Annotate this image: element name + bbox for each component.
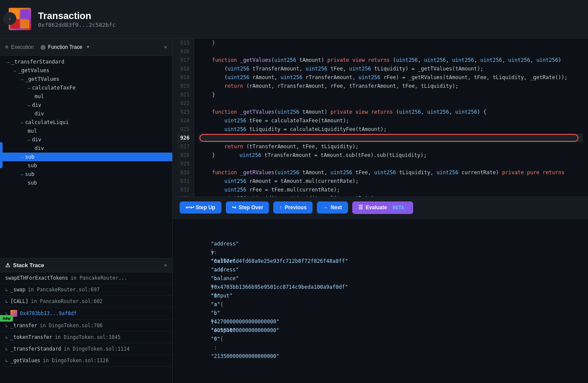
list-item[interactable]: div — [0, 109, 172, 118]
tab-execution[interactable]: ≡ Execution — [5, 42, 34, 52]
list-item[interactable]: sub — [0, 179, 172, 187]
stack-trace-panel: ⚠ Stack Trace × swapETHForExactTokens in… — [0, 258, 172, 383]
stack-item[interactable]: ↳ [CALL] in PancakeRouter.sol:602 — [0, 296, 172, 307]
step-over-button[interactable]: ↪ Step Over — [226, 201, 269, 214]
tab-bar: ≡ Execution ◎ Function Trace ▾ × — [0, 38, 172, 56]
execution-icon: ≡ — [5, 44, 9, 50]
list-item-sub-active[interactable]: — sub — [0, 153, 172, 161]
expand-icon[interactable]: ▼ — [211, 249, 214, 255]
json-line: "b" : "40565000000000000000" — [180, 291, 581, 300]
code-line: uint256 rAmount = tAmount.mul(currentRat… — [199, 177, 583, 185]
step-up-icon: ↩ — [186, 204, 190, 211]
dropdown-icon: ▾ — [87, 44, 89, 50]
code-line: (uint256 rAmount, uint256 rTransferAmoun… — [199, 73, 583, 82]
stack-trace-title: ⚠ Stack Trace — [5, 262, 44, 268]
evaluate-icon: ☰ — [358, 204, 363, 211]
prev-icon: ↑ — [279, 204, 282, 211]
tab-close-button[interactable]: × — [164, 44, 167, 50]
new-badge: new — [0, 315, 13, 322]
list-item[interactable]: sub — [0, 161, 172, 170]
warning-icon: ⚠ — [5, 262, 10, 268]
header: Transaction 0xf862dd83f9...2c582bfc — [0, 0, 588, 38]
arrow-icon: ↳ — [5, 287, 8, 292]
collapse-icon: — — [21, 77, 23, 82]
json-line: } — [180, 231, 581, 239]
code-line: return (tTransferAmount, tFee, tLiquidit… — [199, 142, 583, 151]
list-item[interactable]: — div — [0, 101, 172, 109]
collapse-icon: — — [14, 68, 16, 73]
page-title: Transaction — [38, 10, 116, 22]
list-item[interactable]: — calculateLiqui — [0, 118, 172, 127]
collapse-icon: — — [7, 60, 9, 64]
collapse-icon: — — [21, 155, 23, 160]
code-line: (uint256 tTransferAmount, uint256 tFee, … — [199, 64, 583, 73]
json-line: ▼ "input" : { — [180, 274, 581, 283]
collapse-icon: — — [21, 172, 23, 177]
code-line: uint256 rFee = tFee.mul(currentRate); — [199, 185, 583, 194]
code-line — [199, 160, 583, 168]
json-line: } — [180, 300, 581, 309]
json-line: "address" : "0x4703bb1366b95e9501cc8714c… — [180, 248, 581, 257]
code-line: function _getRValues(uint256 tAmount, ui… — [199, 168, 583, 177]
json-line: ▼ "output" : { — [180, 309, 581, 317]
arrow-icon: ↳ — [5, 347, 8, 351]
json-line: "address" : "0x397e6d4fd68a9e25e93fc712b… — [180, 222, 581, 231]
execution-label: Execution — [11, 44, 34, 50]
json-line: } — [180, 265, 581, 274]
stack-trace-header: ⚠ Stack Trace × — [0, 259, 172, 272]
arrow-icon: ↳ — [5, 299, 8, 304]
beta-badge: BETA — [389, 204, 407, 211]
json-line: ▼ "caller" : { — [180, 239, 581, 248]
list-item[interactable]: — calculateTaxFe — [0, 83, 172, 92]
back-button[interactable]: ‹ — [3, 12, 16, 25]
expand-icon[interactable]: ▼ — [211, 319, 214, 325]
accent-bar — [0, 142, 3, 168]
collapse-icon: — — [21, 120, 23, 125]
function-trace-label: Function Trace — [48, 44, 82, 50]
json-output: "address" : "0x397e6d4fd68a9e25e93fc712b… — [173, 219, 588, 383]
tab-function-trace[interactable]: ◎ Function Trace ▾ — [41, 42, 89, 52]
list-item[interactable]: — sub — [0, 170, 172, 179]
list-item[interactable]: div — [0, 144, 172, 153]
code-line: function _getTValues(uint256 tAmount) pr… — [199, 108, 583, 116]
debug-toolbar: ↩ ↩ Step Up ↪ Step Over ↑ Previous → Nex… — [173, 197, 588, 219]
step-over-icon: ↪ — [232, 204, 236, 211]
list-item[interactable]: — _getValues — [0, 66, 172, 75]
stack-item[interactable]: ↳ _transfer in DingoToken.sol:786 — [0, 320, 172, 332]
code-line — [199, 99, 583, 108]
code-line: return (rAmount, rTransferAmount, rFee, … — [199, 82, 583, 90]
stack-item[interactable]: ↳ _tokenTransfer in DingoToken.sol:1045 — [0, 332, 172, 343]
list-item[interactable]: — _transferStandard — [0, 57, 172, 66]
expand-icon[interactable]: ▼ — [211, 284, 214, 290]
list-item[interactable]: — div — [0, 135, 172, 144]
stack-item[interactable]: ↳ 0x4703bb13...9af0df — [0, 307, 172, 320]
next-button[interactable]: → Next — [317, 201, 348, 214]
stack-item[interactable]: swapETHForExactTokens in PancakeRouter..… — [0, 272, 172, 284]
step-up-button[interactable]: ↩ ↩ Step Up — [180, 201, 221, 214]
stack-item[interactable]: ↳ _getValues in DingoToken.sol:1126 — [0, 355, 172, 367]
list-item[interactable]: mul — [0, 127, 172, 135]
list-item[interactable]: — _getTValues — [0, 75, 172, 83]
arrow-icon: ↳ — [5, 323, 8, 328]
tx-hash: 0xf862dd83f9...2c582bfc — [38, 22, 116, 28]
code-line: } — [199, 38, 583, 47]
previous-button[interactable]: ↑ Previous — [273, 201, 313, 214]
code-line: function _getValues(uint256 tAmount) pri… — [199, 56, 583, 64]
code-line: uint256 tLiquidity = calculateLiquidityF… — [199, 125, 583, 134]
line-numbers: 915 916 917 918 919 920 921 922 923 924 … — [173, 38, 194, 197]
function-trace-tree: — _transferStandard — _getValues — _getT… — [0, 56, 172, 258]
function-trace-icon: ◎ — [41, 44, 45, 50]
stack-item[interactable]: ↳ _transferStandard in DingoToken.sol:11… — [0, 343, 172, 355]
collapse-icon: — — [28, 137, 30, 142]
code-line-highlighted: uint256 tTransferAmount = tAmount.sub(tF… — [199, 134, 583, 142]
left-panel: new ≡ Execution ◎ Function Trace ▾ × — — [0, 38, 173, 383]
list-item[interactable]: mul — [0, 92, 172, 101]
code-line: } — [199, 90, 583, 99]
stack-trace-close[interactable]: × — [164, 262, 167, 268]
arrow-icon: ↳ — [5, 335, 8, 340]
code-line: uint256 tFee = calculateTaxFee(tAmount); — [199, 116, 583, 125]
evaluate-button[interactable]: ☰ Evaluate BETA — [352, 201, 413, 214]
main-layout: new ≡ Execution ◎ Function Trace ▾ × — — [0, 38, 588, 383]
stack-item[interactable]: ↳ _swap in PancakeRouter.sol:697 — [0, 284, 172, 296]
collapse-icon: — — [28, 103, 30, 108]
